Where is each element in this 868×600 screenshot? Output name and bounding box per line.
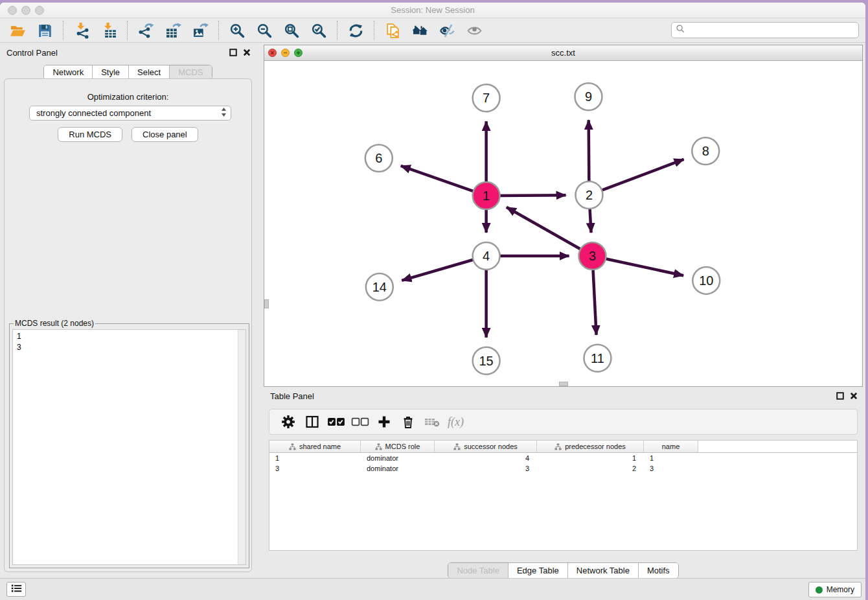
save-icon[interactable] (34, 21, 56, 40)
graph-edge-1-2[interactable] (498, 195, 566, 196)
run-mcds-button[interactable]: Run MCDS (58, 127, 122, 142)
graph-node-7[interactable]: 7 (473, 84, 500, 111)
table-tab-node-table[interactable]: Node Table (448, 563, 508, 578)
graph-node-15[interactable]: 15 (473, 347, 500, 375)
result-scrollbar[interactable] (238, 330, 246, 564)
graph-node-14[interactable]: 14 (366, 273, 393, 301)
close-table-panel-icon[interactable] (850, 392, 858, 400)
hide-eye-icon[interactable] (436, 21, 458, 40)
zoom-in-icon[interactable] (226, 21, 248, 40)
column-header-successor-nodes[interactable]: successor nodes (435, 441, 537, 452)
app-window: Session: New Session Control Panel Netwo… (0, 3, 865, 600)
export-table-icon[interactable] (162, 21, 184, 40)
graph-node-3[interactable]: 3 (578, 242, 606, 270)
float-table-panel-icon[interactable] (836, 392, 844, 400)
vertical-scroll-thumb[interactable] (264, 299, 269, 308)
svg-text:2: 2 (586, 188, 593, 202)
result-line: 3 (17, 342, 246, 353)
trash-icon[interactable] (396, 411, 420, 432)
graph-node-2[interactable]: 2 (575, 181, 602, 209)
minimize-window-button[interactable] (21, 6, 30, 15)
graph-node-1[interactable]: 1 (473, 182, 500, 209)
network-minimize-button[interactable] (281, 49, 290, 57)
search-input[interactable] (688, 26, 854, 35)
tab-mcds[interactable]: MCDS (169, 65, 211, 79)
clone-network-icon[interactable] (382, 21, 404, 40)
close-window-button[interactable] (8, 6, 17, 15)
float-panel-icon[interactable] (229, 49, 237, 56)
column-header-name[interactable]: name (644, 441, 698, 452)
network-canvas[interactable]: 7968124314101511 (264, 61, 862, 386)
table-tab-network-table[interactable]: Network Table (567, 563, 638, 578)
import-table-icon[interactable] (98, 21, 120, 40)
mcds-result-text[interactable]: 13 (12, 329, 246, 565)
tab-select[interactable]: Select (128, 65, 169, 79)
criterion-select[interactable]: strongly connected component (29, 106, 231, 121)
table-tab-edge-table[interactable]: Edge Table (508, 563, 567, 578)
graph-edge-3-10[interactable] (604, 259, 683, 276)
network-maximize-button[interactable] (294, 49, 303, 57)
network-close-button[interactable] (268, 49, 277, 57)
table-cell[interactable]: 1 (269, 453, 361, 463)
tab-network[interactable]: Network (44, 65, 92, 79)
graph-node-10[interactable]: 10 (692, 267, 720, 294)
close-panel-button[interactable]: Close panel (131, 127, 198, 142)
task-history-button[interactable] (6, 582, 26, 597)
graph-edge-1-6[interactable] (401, 166, 475, 192)
graph-node-8[interactable]: 8 (692, 137, 719, 165)
close-panel-icon[interactable] (243, 49, 251, 56)
control-panel-tabs: NetworkStyleSelectMCDS (43, 65, 212, 80)
show-eye-icon[interactable] (463, 21, 485, 40)
columns-icon[interactable] (300, 411, 324, 432)
network-window-titlebar[interactable]: scc.txt (264, 45, 862, 61)
deselect-squares-icon[interactable] (348, 411, 372, 432)
table-cell[interactable]: 4 (435, 453, 537, 463)
select-all-checks-icon[interactable] (324, 411, 348, 432)
table-cell[interactable]: 1 (537, 453, 644, 463)
maximize-window-button[interactable] (35, 6, 44, 15)
list-icon (11, 584, 22, 595)
horizontal-scroll-thumb[interactable] (559, 382, 568, 386)
memory-button[interactable]: Memory (808, 582, 862, 597)
add-plus-icon[interactable] (372, 411, 396, 432)
tab-style[interactable]: Style (92, 65, 128, 79)
column-header-shared-name[interactable]: shared name (269, 441, 361, 452)
graph-edge-4-14[interactable] (402, 259, 475, 281)
table-cell[interactable]: 2 (537, 463, 644, 474)
search-box[interactable] (671, 22, 859, 38)
table-toolbar: f(x) (269, 409, 858, 435)
graph-node-11[interactable]: 11 (584, 345, 611, 372)
table-cell[interactable]: 1 (644, 453, 698, 463)
graph-edge-3-1[interactable] (507, 207, 582, 250)
gear-icon[interactable] (276, 411, 300, 432)
table-row[interactable]: 3dominator323 (269, 463, 857, 474)
column-header-MCDS-role[interactable]: MCDS role (361, 441, 435, 452)
column-header-predecessor-nodes[interactable]: predecessor nodes (537, 441, 644, 452)
graph-edge-3-11[interactable] (593, 268, 596, 335)
table-cell[interactable]: dominator (361, 463, 435, 474)
graph-node-6[interactable]: 6 (365, 144, 393, 172)
graph-edge-2-8[interactable] (600, 159, 683, 191)
export-image-icon[interactable] (189, 21, 211, 40)
houses-icon[interactable] (409, 21, 431, 40)
toolbar-separator (63, 21, 63, 40)
export-network-icon[interactable] (135, 21, 157, 40)
table-cell[interactable]: 3 (644, 463, 698, 474)
import-network-icon[interactable] (71, 21, 93, 40)
toolbar-separator (337, 21, 337, 40)
refresh-icon[interactable] (345, 21, 367, 40)
hierarchy-icon (554, 443, 562, 450)
table-tab-motifs[interactable]: Motifs (638, 563, 678, 578)
open-icon[interactable] (6, 21, 29, 40)
zoom-out-icon[interactable] (253, 21, 275, 40)
graph-edge-2-9[interactable] (589, 120, 589, 183)
zoom-fit-icon[interactable] (280, 21, 303, 40)
zoom-selected-icon[interactable] (308, 21, 330, 40)
graph-edge-2-3[interactable] (589, 207, 591, 233)
table-row[interactable]: 1dominator411 (269, 453, 857, 463)
graph-node-4[interactable]: 4 (473, 242, 500, 270)
graph-node-9[interactable]: 9 (575, 83, 602, 110)
table-cell[interactable]: 3 (269, 463, 361, 474)
table-cell[interactable]: dominator (361, 453, 435, 463)
table-cell[interactable]: 3 (435, 463, 537, 474)
